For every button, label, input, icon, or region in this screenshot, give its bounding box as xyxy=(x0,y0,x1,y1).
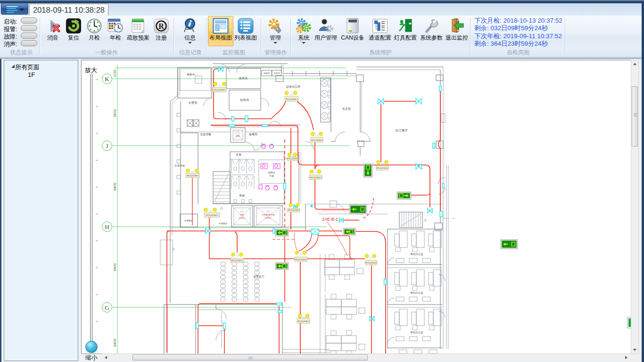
svg-text:6900: 6900 xyxy=(113,109,117,117)
svg-text:残障间: 残障间 xyxy=(268,171,275,174)
svg-text:8400: 8400 xyxy=(113,339,117,347)
svg-text:J: J xyxy=(106,142,108,149)
svg-text:K: K xyxy=(105,75,109,82)
svg-text:办事大厅: 办事大厅 xyxy=(253,275,264,278)
svg-text:2-3#: 2-3# xyxy=(236,131,239,133)
svg-text:单间办公室: 单间办公室 xyxy=(410,291,423,295)
svg-text:单间办公室: 单间办公室 xyxy=(410,331,423,334)
svg-text:消防安全照明标志: 消防安全照明标志 xyxy=(286,157,299,160)
svg-text:上: 上 xyxy=(172,247,175,250)
svg-text:消防安全照明标志: 消防安全照明标志 xyxy=(213,89,226,91)
svg-text:消防安全照明标志: 消防安全照明标志 xyxy=(287,209,300,211)
svg-text:烟更衣: 烟更衣 xyxy=(187,73,195,76)
svg-text:8400: 8400 xyxy=(113,263,117,272)
svg-text:会员存放: 会员存放 xyxy=(174,164,185,167)
svg-text:消防安全照明标志: 消防安全照明标志 xyxy=(206,214,219,216)
svg-text:排风井: 排风井 xyxy=(273,72,280,74)
svg-text:消防安全照明标志: 消防安全照明标志 xyxy=(231,259,244,262)
svg-text:食梯: 食梯 xyxy=(236,135,240,137)
svg-text:单间办公室: 单间办公室 xyxy=(410,253,423,256)
svg-text:副食加工间: 副食加工间 xyxy=(286,85,300,89)
svg-text:职工餐厅: 职工餐厅 xyxy=(396,129,408,132)
svg-text:空调管井: 空调管井 xyxy=(184,219,193,222)
svg-text:消防安全照明标志: 消防安全照明标志 xyxy=(186,174,199,177)
svg-text:备餐间: 备餐间 xyxy=(249,133,257,136)
svg-text:副食库: 副食库 xyxy=(240,98,249,101)
svg-text:1AE-B-1: 1AE-B-1 xyxy=(322,217,338,222)
svg-text:主食库: 主食库 xyxy=(239,76,248,80)
svg-text:2-1#: 2-1# xyxy=(240,211,244,213)
svg-text:H: H xyxy=(105,223,109,230)
svg-text:1150: 1150 xyxy=(113,70,117,77)
svg-text:扣架兼消防电梯: 扣架兼消防电梯 xyxy=(262,214,275,216)
svg-text:消防安全照明标志: 消防安全照明标志 xyxy=(310,139,323,141)
svg-text:上: 上 xyxy=(423,218,427,221)
svg-text:消防安全照明标志: 消防安全照明标志 xyxy=(297,320,310,322)
svg-text:上: 上 xyxy=(220,206,223,209)
svg-text:客梯: 客梯 xyxy=(240,214,244,216)
svg-text:消防安全照明标志: 消防安全照明标志 xyxy=(376,167,389,169)
svg-text:女厕: 女厕 xyxy=(236,153,241,156)
svg-text:消防安全照明标志: 消防安全照明标志 xyxy=(309,176,322,179)
svg-text:8400: 8400 xyxy=(113,183,117,191)
svg-text:男厕: 男厕 xyxy=(239,194,245,197)
svg-text:R: R xyxy=(158,22,164,30)
svg-text:专厕: 专厕 xyxy=(269,174,274,177)
svg-text:油烟井: 油烟井 xyxy=(264,72,270,74)
svg-text:消防安全照明标志: 消防安全照明标志 xyxy=(364,262,378,264)
svg-text:消防安全照明标志: 消防安全照明标志 xyxy=(295,258,308,261)
svg-text:G: G xyxy=(105,304,109,311)
svg-text:HTM4.5: HTM4.5 xyxy=(239,217,246,219)
svg-text:洗涤消毒: 洗涤消毒 xyxy=(200,133,211,136)
svg-text:消防安全照明标志: 消防安全照明标志 xyxy=(285,98,298,100)
svg-text:空调管井: 空调管井 xyxy=(219,222,228,225)
svg-text:女更衣: 女更衣 xyxy=(188,101,198,105)
svg-text:HTM4.5: HTM4.5 xyxy=(265,217,272,219)
svg-text:2-2#: 2-2# xyxy=(266,211,270,213)
svg-text:售卖间: 售卖间 xyxy=(342,107,351,111)
